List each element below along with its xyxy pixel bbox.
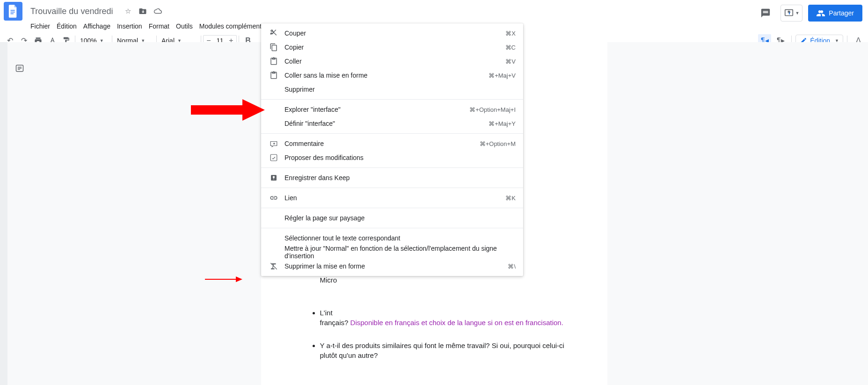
header-actions: ▼ Partager (756, 4, 862, 22)
context-suggest[interactable]: Proposer des modifications (261, 151, 523, 165)
context-landscape[interactable]: Régler la page sur paysage (261, 211, 523, 225)
context-paste-plain[interactable]: Coller sans la mise en forme ⌘+Maj+V (261, 68, 523, 82)
suggest-icon (269, 153, 279, 162)
copy-icon (269, 43, 279, 51)
svg-marker-15 (236, 276, 242, 282)
clear-format-icon (269, 262, 279, 270)
keep-icon (269, 174, 279, 182)
svg-rect-1 (11, 12, 15, 13)
vertical-ruler[interactable] (0, 42, 7, 385)
annotation-arrow-big (191, 98, 266, 122)
cut-icon (269, 29, 279, 37)
title-bar: Trouvaille du vendredi ☆ ▼ Partager (0, 0, 868, 21)
menu-edit[interactable]: Édition (53, 22, 80, 31)
menu-file[interactable]: Fichier (27, 22, 53, 31)
star-icon[interactable]: ☆ (124, 7, 132, 15)
comment-icon (269, 139, 279, 148)
context-update-normal[interactable]: Mettre à jour "Normal" en fonction de la… (261, 245, 523, 259)
context-clear-format[interactable]: Supprimer la mise en forme ⌘\ (261, 259, 523, 273)
menu-format[interactable]: Format (146, 22, 173, 31)
context-define[interactable]: Définir "interface" ⌘+Maj+Y (261, 116, 523, 131)
svg-rect-0 (11, 10, 15, 11)
context-separator (261, 99, 523, 100)
list-item: L'intfrançais? Disponible en français et… (320, 308, 565, 327)
context-comment[interactable]: Commentaire ⌘+Option+M (261, 137, 523, 151)
context-cut[interactable]: Couper ⌘X (261, 26, 523, 40)
context-menu: Couper ⌘X Copier ⌘C Coller ⌘V Coller san… (261, 23, 523, 276)
docs-icon[interactable] (4, 2, 22, 21)
menu-insert[interactable]: Insertion (114, 22, 146, 31)
svg-rect-2 (11, 14, 14, 15)
outline-toggle[interactable] (11, 60, 28, 77)
context-label: Couper (284, 29, 505, 37)
cloud-icon[interactable] (153, 7, 162, 15)
context-link[interactable]: Lien ⌘K (261, 191, 523, 205)
menu-tools[interactable]: Outils (173, 22, 196, 31)
context-delete[interactable]: Supprimer (261, 82, 523, 96)
svg-marker-13 (191, 99, 265, 121)
share-button[interactable]: Partager (808, 5, 862, 22)
svg-rect-10 (270, 154, 277, 161)
menu-view[interactable]: Affichage (80, 22, 114, 31)
paste-plain-icon (269, 71, 279, 80)
link-icon (269, 194, 279, 202)
context-copy[interactable]: Copier ⌘C (261, 40, 523, 54)
share-label: Partager (829, 9, 854, 17)
annotation-arrow-small (205, 276, 242, 283)
context-keep[interactable]: Enregistrer dans Keep (261, 171, 523, 185)
context-explore[interactable]: Explorer "interface" ⌘+Option+Maj+I (261, 102, 523, 116)
list-item: Y a-t-il des produits similaires qui fon… (320, 341, 565, 360)
context-paste[interactable]: Coller ⌘V (261, 54, 523, 68)
present-button[interactable]: ▼ (780, 5, 802, 22)
context-shortcut: ⌘X (505, 30, 516, 37)
move-icon[interactable] (139, 7, 147, 15)
document-title[interactable]: Trouvaille du vendredi (27, 5, 116, 18)
context-select-match[interactable]: Sélectionner tout le texte correspondant (261, 231, 523, 245)
paste-icon (269, 57, 279, 65)
comments-icon[interactable] (756, 4, 775, 22)
